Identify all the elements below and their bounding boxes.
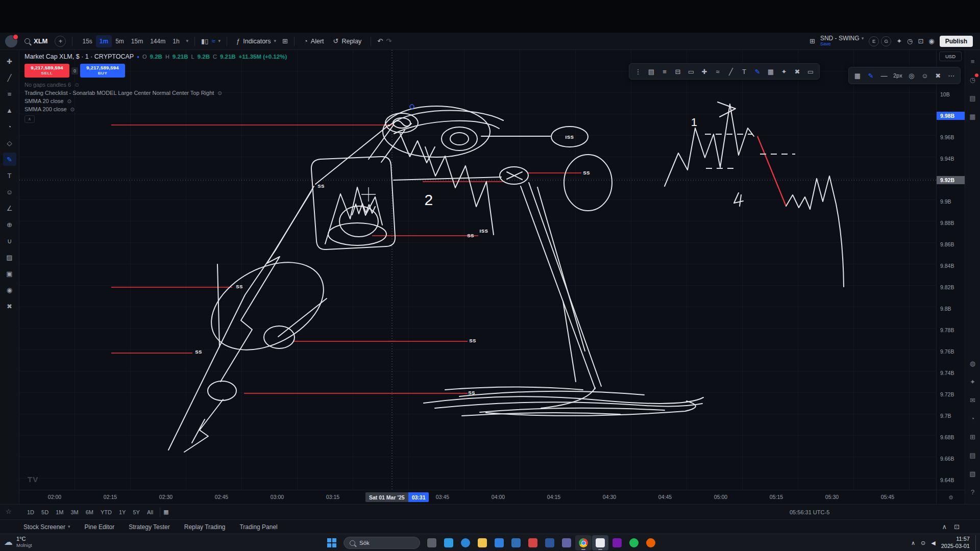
save-layout-link[interactable]: Save bbox=[820, 42, 831, 46]
shapes-tool[interactable]: ◇ bbox=[3, 136, 16, 149]
grid-snap-icon[interactable]: ▦ bbox=[851, 69, 864, 82]
go-to-date-icon[interactable]: ▦ bbox=[163, 509, 168, 515]
mic-icon[interactable]: ⊙ bbox=[921, 540, 925, 546]
trend-line-tool[interactable]: ╱ bbox=[3, 71, 16, 84]
trend-icon[interactable]: ╱ bbox=[724, 65, 738, 78]
timeframe-144m[interactable]: 144m bbox=[146, 35, 169, 47]
timeframe-1m[interactable]: 1m bbox=[96, 35, 112, 47]
tab-pine-editor[interactable]: Pine Editor bbox=[85, 523, 115, 531]
chevron-down-icon[interactable]: ▾ bbox=[218, 39, 221, 43]
notifications-icon[interactable]: ◔ bbox=[968, 413, 978, 423]
range-3m[interactable]: 3M bbox=[67, 507, 82, 518]
emoji-picker-icon[interactable]: ☺ bbox=[918, 69, 932, 82]
alert-button[interactable]: ◔ Alert bbox=[301, 35, 327, 48]
dom-icon[interactable]: ▤ bbox=[968, 450, 978, 460]
publish-button[interactable]: Publish bbox=[940, 36, 973, 47]
timeframe-5m[interactable]: 5m bbox=[112, 35, 128, 47]
crosshair-tool[interactable]: ✚ bbox=[3, 55, 16, 68]
quick-search-icon[interactable]: ✦ bbox=[896, 38, 902, 44]
calendar-icon[interactable]: ▦ bbox=[968, 111, 978, 121]
stay-in-drawing-mode-tool[interactable]: ▨ bbox=[3, 251, 16, 264]
chart-style-icon[interactable]: ≈ bbox=[211, 38, 215, 44]
zoom-in-tool[interactable]: ⊕ bbox=[3, 218, 16, 231]
tab-stock-screener[interactable]: Stock Screener▾ bbox=[23, 523, 70, 531]
hotlists-icon[interactable]: ▤ bbox=[968, 93, 978, 103]
outlook-icon[interactable] bbox=[508, 535, 524, 550]
remove-drawings-tool[interactable]: ✖ bbox=[3, 299, 16, 313]
widgets-icon[interactable] bbox=[440, 535, 457, 550]
magnet-tool[interactable]: ∪ bbox=[3, 234, 16, 247]
redo-icon[interactable]: ↷ bbox=[386, 38, 391, 44]
currency-label[interactable]: USD bbox=[939, 52, 962, 61]
price-scale[interactable]: USD 10B9.98B9.96B9.94B9.92B9.9B9.88B9.86… bbox=[936, 50, 965, 490]
candles-style-icon[interactable]: ▮▯ bbox=[201, 38, 208, 44]
range-5d[interactable]: 5D bbox=[38, 507, 52, 518]
firefox-icon[interactable] bbox=[643, 535, 659, 550]
user-badge-e[interactable]: E bbox=[869, 36, 879, 46]
collapse-panel-icon[interactable]: ∧ bbox=[942, 523, 947, 530]
layout-menu[interactable]: SND - SWING ▾ Save bbox=[820, 35, 864, 46]
show-desktop-button[interactable] bbox=[975, 535, 978, 550]
favorites-star-button[interactable]: ☆ bbox=[6, 508, 12, 515]
table-icon[interactable]: ▦ bbox=[764, 65, 777, 78]
eye-icon[interactable]: ⊙ bbox=[70, 107, 75, 112]
tray-chevron-icon[interactable]: ∧ bbox=[911, 540, 915, 546]
adobe-icon[interactable] bbox=[525, 535, 541, 550]
watchlist-icon[interactable]: ≡ bbox=[968, 56, 978, 66]
timeframe-15s[interactable]: 15s bbox=[79, 35, 95, 47]
onenote-icon[interactable] bbox=[609, 535, 625, 550]
sell-button[interactable]: 9,217,589,594 SELL bbox=[24, 64, 69, 78]
measure-tool[interactable]: ∠ bbox=[3, 202, 16, 215]
text-tool[interactable]: T bbox=[3, 169, 16, 182]
legend-collapse-button[interactable]: ∧ bbox=[24, 115, 35, 123]
pencil-icon[interactable]: ✎ bbox=[864, 69, 877, 82]
task-view-icon[interactable] bbox=[424, 535, 440, 550]
indicators-button[interactable]: ƒ Indicators ▾ bbox=[233, 35, 279, 48]
alerts-icon[interactable]: ◷ bbox=[968, 74, 978, 85]
more-options-icon[interactable]: ⋯ bbox=[945, 69, 958, 82]
range-1y[interactable]: 1Y bbox=[115, 507, 129, 518]
grid-layout-icon[interactable]: ⊞ bbox=[282, 38, 288, 44]
range-ytd[interactable]: YTD bbox=[97, 507, 115, 518]
snapshot-icon[interactable]: ◉ bbox=[928, 38, 934, 44]
ideas-icon[interactable]: ◍ bbox=[968, 358, 978, 368]
replay-button[interactable]: ↺ Replay bbox=[330, 35, 365, 48]
measure-box-icon[interactable]: ⊟ bbox=[671, 65, 684, 78]
fib-retracement-tool[interactable]: ≡ bbox=[3, 87, 16, 101]
lock-drawings-tool[interactable]: ▣ bbox=[3, 267, 16, 280]
range-1m[interactable]: 1M bbox=[52, 507, 67, 518]
user-badge-g[interactable]: G bbox=[881, 36, 891, 46]
chart-pane[interactable]: Market Cap XLM, $ · 1 · CRYPTOCAP ● O 9.… bbox=[19, 50, 936, 490]
tab-strategy-tester[interactable]: Strategy Tester bbox=[129, 523, 169, 531]
brush-tool[interactable]: ✎ bbox=[3, 153, 16, 166]
teams-icon[interactable] bbox=[558, 535, 575, 550]
spotify-icon[interactable] bbox=[626, 535, 642, 550]
help-icon[interactable]: ? bbox=[968, 487, 978, 497]
delete-icon[interactable]: ✖ bbox=[932, 69, 945, 82]
emoji-tool[interactable]: ☺ bbox=[3, 185, 16, 198]
user-avatar[interactable] bbox=[5, 35, 17, 47]
notepad-icon[interactable] bbox=[592, 535, 608, 550]
range-all[interactable]: All bbox=[143, 507, 157, 518]
symbol-search-button[interactable]: XLM bbox=[20, 35, 52, 48]
range-5y[interactable]: 5Y bbox=[129, 507, 143, 518]
taskbar-clock[interactable]: 11:57 2025-03-01 bbox=[941, 536, 970, 550]
undo-icon[interactable]: ↶ bbox=[377, 38, 383, 44]
templates-icon[interactable]: ▤ bbox=[645, 65, 658, 78]
tab-replay-trading[interactable]: Replay Trading bbox=[184, 523, 226, 531]
tab-trading-panel[interactable]: Trading Panel bbox=[239, 523, 277, 531]
store-icon[interactable] bbox=[491, 535, 507, 550]
pen-icon[interactable]: ✎ bbox=[751, 65, 764, 78]
eye-icon[interactable]: ⊙ bbox=[75, 82, 79, 88]
start-button[interactable] bbox=[324, 535, 340, 550]
hide-drawings-tool[interactable]: ◉ bbox=[3, 283, 16, 296]
eye-icon[interactable]: ⊙ bbox=[217, 90, 222, 96]
color-target-icon[interactable]: ◎ bbox=[905, 69, 918, 82]
publish-ideas-icon[interactable]: ▧ bbox=[968, 468, 978, 479]
fullscreen-icon[interactable]: ⊡ bbox=[918, 38, 923, 44]
eye-icon[interactable]: ⊙ bbox=[67, 98, 71, 104]
manage-layouts-icon[interactable]: ⊞ bbox=[810, 38, 815, 44]
eraser-icon[interactable]: ✖ bbox=[791, 65, 804, 78]
add-symbol-icon[interactable]: + bbox=[55, 36, 66, 47]
pattern-tool[interactable]: ▲ bbox=[3, 104, 16, 117]
